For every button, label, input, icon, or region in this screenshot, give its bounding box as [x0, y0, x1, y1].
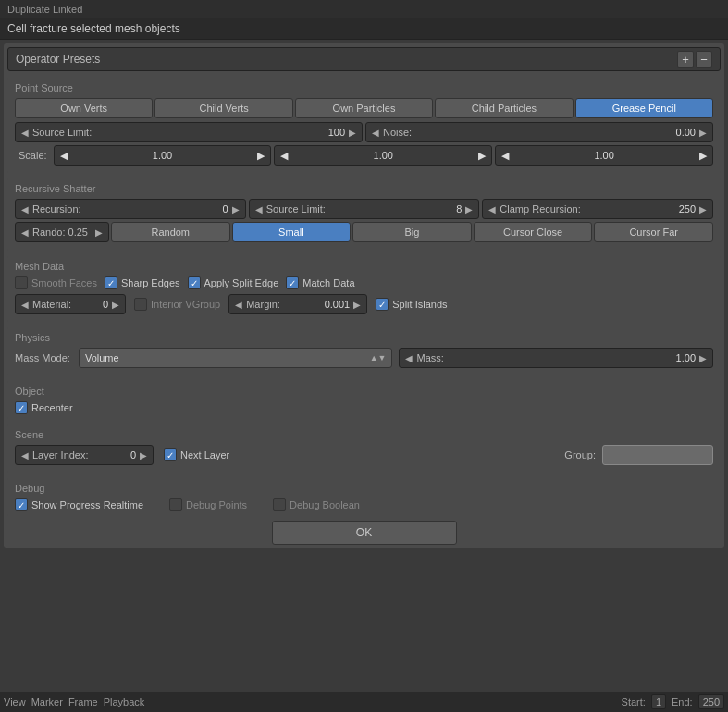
own-particles-button[interactable]: Own Particles	[295, 98, 433, 118]
scale2-field[interactable]: ◀ 1.00 ▶	[274, 145, 492, 166]
ok-button-container: OK	[7, 521, 721, 545]
cursor-far-button[interactable]: Cursor Far	[594, 222, 713, 242]
scale-label-field: Scale:	[15, 145, 51, 166]
clamp-recursion-field[interactable]: ◀ Clamp Recursion: 250 ▶	[482, 199, 713, 219]
recursion-label: Recursion:	[32, 203, 81, 215]
source-limit-noise-row: ◀ Source Limit: 100 ▶ ◀ Noise: 0.00 ▶	[15, 122, 713, 142]
show-progress-checkbox-item[interactable]: Show Progress Realtime	[15, 498, 143, 511]
layer-index-field[interactable]: ◀ Layer Index: 0 ▶	[15, 445, 154, 465]
rando-right-arrow: ▶	[95, 227, 103, 238]
random-button[interactable]: Random	[111, 222, 230, 242]
noise-field[interactable]: ◀ Noise: 0.00 ▶	[365, 122, 713, 142]
mass-mode-arrow: ▲▼	[370, 353, 387, 362]
debug-points-checkbox[interactable]	[169, 498, 182, 511]
apply-split-edge-checkbox[interactable]	[188, 276, 201, 289]
sharp-edges-label: Sharp Edges	[121, 277, 180, 288]
point-source-title: Point Source	[15, 82, 713, 93]
playback-menu[interactable]: Playback	[104, 696, 145, 707]
small-button[interactable]: Small	[232, 222, 352, 242]
shatter-source-limit-value: 8	[329, 203, 462, 215]
duplicate-linked-item[interactable]: Duplicate Linked	[4, 4, 86, 15]
source-limit-value: 100	[95, 127, 345, 138]
group-input[interactable]	[602, 445, 713, 465]
recenter-checkbox-item[interactable]: Recenter	[15, 401, 73, 414]
scale1-left-arrow: ◀	[60, 150, 68, 162]
apply-split-edge-checkbox-item[interactable]: Apply Split Edge	[188, 276, 279, 289]
scale1-value: 1.00	[153, 150, 172, 161]
material-right-arrow: ▶	[112, 300, 119, 310]
scale1-right-arrow: ▶	[257, 150, 265, 162]
top-bar: Duplicate Linked	[0, 0, 728, 18]
debug-boolean-checkbox-item[interactable]: Debug Boolean	[273, 498, 360, 511]
mesh-data-section: Mesh Data Smooth Faces Sharp Edges Apply…	[7, 255, 721, 323]
source-limit-left-arrow: ◀	[21, 128, 29, 138]
debug-boolean-checkbox[interactable]	[273, 498, 286, 511]
debug-checkboxes: Show Progress Realtime Debug Points Debu…	[15, 498, 713, 511]
window-title: Cell fracture selected mesh objects	[7, 22, 180, 35]
interior-vgroup-checkbox[interactable]	[134, 298, 147, 311]
ok-button[interactable]: OK	[272, 521, 457, 545]
view-menu[interactable]: View	[4, 696, 26, 707]
debug-section: Debug Show Progress Realtime Debug Point…	[7, 477, 721, 517]
source-limit-field[interactable]: ◀ Source Limit: 100 ▶	[15, 122, 363, 142]
sharp-edges-checkbox[interactable]	[105, 276, 117, 289]
remove-preset-button[interactable]: −	[696, 51, 712, 68]
mass-label: Mass:	[416, 352, 443, 363]
mass-mode-dropdown[interactable]: Volume ▲▼	[79, 348, 393, 368]
show-progress-checkbox[interactable]	[15, 498, 28, 511]
layer-index-label: Layer Index:	[32, 449, 89, 460]
scale3-left-arrow: ◀	[501, 150, 509, 162]
marker-menu[interactable]: Marker	[31, 696, 63, 707]
next-layer-checkbox-item[interactable]: Next Layer	[164, 448, 229, 461]
shatter-source-limit-right-arrow: ▶	[465, 204, 473, 215]
mass-field[interactable]: ◀ Mass: 1.00 ▶	[399, 348, 713, 368]
own-verts-button[interactable]: Own Verts	[15, 98, 153, 118]
clamp-recursion-label: Clamp Recursion:	[500, 203, 580, 215]
rando-field[interactable]: ◀ Rando: 0.25 ▶	[15, 222, 109, 242]
clamp-recursion-value: 250	[585, 203, 696, 215]
debug-points-checkbox-item[interactable]: Debug Points	[169, 498, 247, 511]
smooth-faces-checkbox-item[interactable]: Smooth Faces	[15, 276, 97, 289]
match-data-checkbox[interactable]	[286, 276, 299, 289]
scale3-field[interactable]: ◀ 1.00 ▶	[495, 145, 713, 166]
end-value[interactable]: 250	[698, 694, 724, 709]
split-islands-checkbox-item[interactable]: Split Islands	[376, 298, 447, 311]
child-particles-button[interactable]: Child Particles	[435, 98, 573, 118]
big-button[interactable]: Big	[352, 222, 472, 242]
scale1-field[interactable]: ◀ 1.00 ▶	[54, 145, 272, 166]
recenter-label: Recenter	[31, 402, 73, 413]
mass-mode-value: Volume	[85, 352, 370, 363]
recursion-field[interactable]: ◀ Recursion: 0 ▶	[15, 199, 246, 219]
clamp-recursion-left-arrow: ◀	[488, 204, 496, 215]
child-verts-button[interactable]: Child Verts	[154, 98, 292, 118]
match-data-checkbox-item[interactable]: Match Data	[286, 276, 354, 289]
recenter-checkbox[interactable]	[15, 401, 28, 414]
noise-label: Noise:	[383, 127, 412, 138]
recursion-row: ◀ Recursion: 0 ▶ ◀ Source Limit: 8 ▶ ◀ C…	[15, 199, 713, 219]
smooth-faces-checkbox[interactable]	[15, 276, 28, 289]
frame-menu[interactable]: Frame	[68, 696, 98, 707]
sharp-edges-checkbox-item[interactable]: Sharp Edges	[105, 276, 180, 289]
margin-field[interactable]: ◀ Margin: 0.001 ▶	[228, 294, 367, 314]
next-layer-checkbox[interactable]	[164, 448, 177, 461]
physics-section: Physics Mass Mode: Volume ▲▼ ◀ Mass: 1.0…	[7, 326, 721, 376]
start-value[interactable]: 1	[651, 694, 666, 709]
match-data-label: Match Data	[302, 277, 354, 288]
mass-mode-label: Mass Mode:	[15, 352, 70, 363]
cursor-close-button[interactable]: Cursor Close	[474, 222, 593, 242]
show-progress-label: Show Progress Realtime	[31, 499, 143, 510]
grease-pencil-button[interactable]: Grease Pencil	[575, 98, 713, 118]
scale-row: Scale: ◀ 1.00 ▶ ◀ 1.00 ▶ ◀ 1.00 ▶	[15, 145, 713, 166]
split-islands-label: Split Islands	[392, 299, 447, 310]
interior-vgroup-checkbox-item[interactable]: Interior VGroup	[134, 298, 220, 311]
shatter-source-limit-field[interactable]: ◀ Source Limit: 8 ▶	[249, 199, 480, 219]
operator-presets-label: Operator Presets	[16, 53, 677, 66]
scene-section: Scene ◀ Layer Index: 0 ▶ Next Layer Grou…	[7, 424, 721, 473]
clamp-recursion-right-arrow: ▶	[699, 204, 707, 215]
material-field[interactable]: ◀ Material: 0 ▶	[15, 294, 126, 314]
split-islands-checkbox[interactable]	[376, 298, 389, 311]
debug-boolean-label: Debug Boolean	[290, 499, 360, 510]
scale3-right-arrow: ▶	[699, 150, 707, 162]
add-preset-button[interactable]: +	[677, 51, 694, 68]
recursion-right-arrow: ▶	[232, 204, 240, 215]
